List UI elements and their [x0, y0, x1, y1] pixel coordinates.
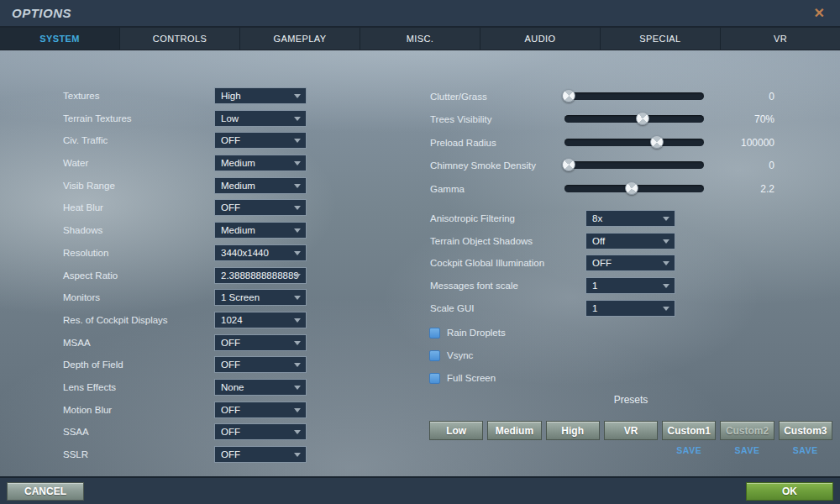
chevron-down-icon — [294, 430, 301, 434]
title-bar: OPTIONS ✕ — [0, 0, 840, 28]
monitors-dropdown[interactable]: 1 Screen — [214, 289, 307, 306]
preset-custom1-button[interactable]: Custom1 — [662, 421, 716, 440]
gamma-slider[interactable] — [564, 185, 704, 192]
slider-thumb[interactable] — [562, 89, 575, 102]
shadows-dropdown[interactable]: Medium — [214, 222, 307, 239]
setting-label: Scale GUI — [430, 303, 474, 313]
cancel-button[interactable]: CANCEL — [7, 482, 84, 501]
tab-misc[interactable]: MISC. — [360, 28, 480, 50]
slider-thumb[interactable] — [625, 181, 638, 195]
ok-button[interactable]: OK — [746, 482, 833, 501]
setting-heat-blur: Heat Blur — [63, 199, 103, 216]
close-icon[interactable]: ✕ — [811, 5, 828, 22]
heat-blur-dropdown[interactable]: OFF — [214, 199, 307, 216]
slider-label: Trees Visibility — [430, 114, 492, 124]
preset-high-button[interactable]: High — [546, 421, 600, 440]
chevron-down-icon — [294, 206, 301, 210]
chevron-down-icon — [294, 274, 301, 278]
tab-vr[interactable]: VR — [721, 28, 840, 50]
cockpit-global-illumination-dropdown[interactable]: OFF — [585, 255, 675, 271]
setting-label: Resolution — [63, 248, 108, 258]
rain-droplets-checkbox[interactable]: Rain Droplets — [429, 326, 506, 339]
preset-custom3-button[interactable]: Custom3 — [779, 421, 832, 440]
preset-vr-button[interactable]: VR — [604, 421, 658, 440]
setting-label: Monitors — [63, 292, 100, 302]
slider-value: 100000 — [741, 134, 774, 151]
full-screen-checkbox[interactable]: Full Screen — [429, 371, 496, 385]
chevron-down-icon — [294, 296, 301, 300]
slider-label: Chimney Smoke Density — [430, 160, 536, 171]
ssaa-dropdown[interactable]: OFF — [214, 423, 307, 440]
slider-label: Gamma — [430, 184, 465, 194]
sslr-dropdown[interactable]: OFF — [214, 446, 307, 463]
slider-label: Preload Radius — [430, 138, 496, 148]
chevron-down-icon — [663, 239, 669, 244]
options-window: OPTIONS ✕ SYSTEM CONTROLS GAMEPLAY MISC.… — [0, 0, 840, 504]
preset-low-button[interactable]: Low — [429, 421, 483, 440]
checkbox-icon — [429, 373, 440, 384]
setting-messages-font-scale: Messages font scale — [430, 277, 518, 294]
depth-of-field-dropdown[interactable]: OFF — [214, 356, 307, 373]
setting-depth-of-field: Depth of Field — [63, 356, 123, 373]
save-custom3-link[interactable]: SAVE — [793, 445, 818, 455]
slider-preload-radius: Preload Radius 100000 — [0, 134, 840, 151]
checkbox-label: Full Screen — [447, 373, 496, 383]
setting-label: Aspect Ratio — [63, 270, 118, 281]
trees-visibility-slider[interactable] — [564, 115, 704, 123]
vsync-checkbox[interactable]: Vsync — [429, 349, 473, 362]
tab-gameplay[interactable]: GAMEPLAY — [240, 28, 360, 50]
tab-bar: SYSTEM CONTROLS GAMEPLAY MISC. AUDIO SPE… — [0, 28, 840, 50]
tab-audio[interactable]: AUDIO — [480, 28, 601, 50]
messages-font-scale-dropdown[interactable]: 1 — [585, 277, 675, 294]
chimney-smoke-slider[interactable] — [564, 161, 704, 169]
aspect-ratio-dropdown[interactable]: 2.3888888888889 — [214, 267, 307, 284]
setting-motion-blur: Motion Blur — [63, 402, 112, 418]
motion-blur-dropdown[interactable]: OFF — [214, 402, 307, 418]
slider-value: 2.2 — [760, 181, 774, 197]
setting-msaa: MSAA — [63, 334, 91, 351]
scale-gui-dropdown[interactable]: 1 — [585, 300, 675, 317]
slider-thumb[interactable] — [636, 112, 649, 125]
setting-cockpit-global-illumination: Cockpit Global Illumination — [430, 255, 544, 271]
tab-controls[interactable]: CONTROLS — [120, 28, 240, 50]
setting-aspect-ratio: Aspect Ratio — [63, 267, 118, 284]
msaa-dropdown[interactable]: OFF — [214, 334, 307, 351]
clutter-grass-slider[interactable] — [564, 92, 704, 100]
setting-lens-effects: Lens Effects — [63, 379, 116, 396]
slider-thumb[interactable] — [650, 135, 664, 149]
setting-label: Heat Blur — [63, 202, 103, 213]
setting-monitors: Monitors — [63, 289, 100, 306]
setting-label: Lens Effects — [63, 382, 116, 392]
chevron-down-icon — [294, 408, 301, 412]
setting-sslr: SSLR — [63, 446, 88, 463]
setting-cockpit-displays-res: Res. of Cockpit Displays — [63, 312, 168, 328]
setting-label: Terrain Object Shadows — [430, 236, 533, 246]
chevron-down-icon — [663, 261, 669, 265]
setting-shadows: Shadows — [63, 222, 102, 239]
preset-medium-button[interactable]: Medium — [487, 421, 541, 440]
checkbox-label: Rain Droplets — [447, 328, 506, 338]
preset-buttons: Low Medium High VR Custom1 Custom2 Custo… — [429, 421, 832, 440]
setting-resolution: Resolution — [63, 244, 108, 261]
slider-clutter-grass: Clutter/Grass 0 — [0, 88, 840, 105]
slider-value: 70% — [754, 111, 774, 128]
terrain-object-shadows-dropdown[interactable]: Off — [585, 233, 675, 249]
setting-label: SSLR — [63, 449, 88, 459]
resolution-dropdown[interactable]: 3440x1440 — [214, 244, 307, 261]
slider-trees-visibility: Trees Visibility 70% — [0, 111, 840, 128]
lens-effects-dropdown[interactable]: None — [214, 379, 307, 396]
chevron-down-icon — [294, 386, 301, 390]
setting-label: Shadows — [63, 225, 102, 235]
tab-system[interactable]: SYSTEM — [0, 28, 120, 50]
setting-anisotropic-filtering: Anisotropic Filtering — [430, 210, 515, 227]
slider-thumb[interactable] — [562, 158, 575, 171]
preload-radius-slider[interactable] — [564, 139, 704, 146]
save-custom2-link[interactable]: SAVE — [734, 445, 759, 455]
setting-scale-gui: Scale GUI — [430, 300, 474, 317]
cockpit-displays-res-dropdown[interactable]: 1024 — [214, 312, 307, 328]
preset-custom2-button[interactable]: Custom2 — [720, 421, 774, 440]
tab-special[interactable]: SPECIAL — [601, 28, 721, 50]
save-custom1-link[interactable]: SAVE — [676, 445, 701, 455]
anisotropic-filtering-dropdown[interactable]: 8x — [585, 210, 675, 227]
checkbox-icon — [429, 350, 440, 361]
